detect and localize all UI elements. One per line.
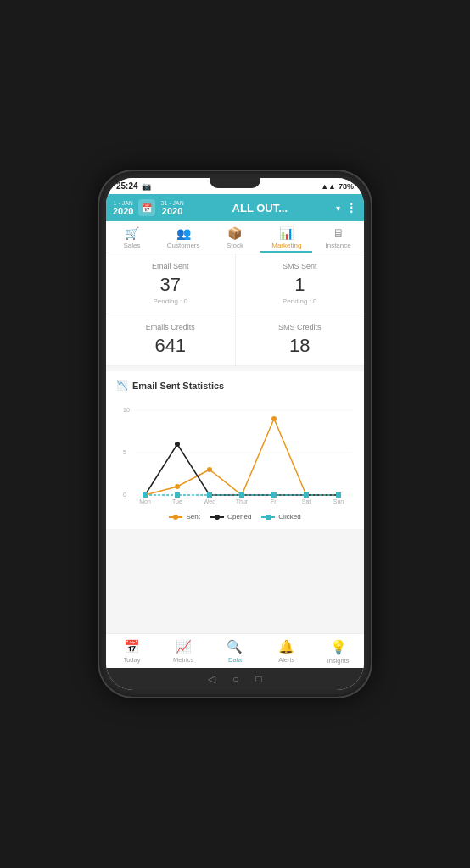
sms-credits-cell: SMS Credits 18 xyxy=(236,314,365,365)
tab-stock[interactable]: 📦 Stock xyxy=(210,221,261,253)
phone-screen: 25:24 📷 ▲▲ 78% 1 - JAN 2020 📅 31 - JAN 2… xyxy=(106,178,364,690)
stock-icon: 📦 xyxy=(227,226,242,240)
tab-customers-label: Customers xyxy=(167,242,200,249)
bottom-nav: 📅 Today 📈 Metrics 🔍 Data 🔔 Alerts 💡 Insi… xyxy=(106,633,364,668)
today-icon: 📅 xyxy=(124,639,140,654)
date-from-year: 2020 xyxy=(113,206,133,216)
sms-credits-label: SMS Credits xyxy=(246,323,355,331)
tab-stock-label: Stock xyxy=(227,242,243,249)
tab-marketing[interactable]: 📊 Marketing xyxy=(260,221,312,253)
svg-text:10: 10 xyxy=(123,407,130,413)
header-title: ALL OUT... xyxy=(189,202,331,214)
svg-rect-29 xyxy=(207,492,212,498)
bottom-nav-data[interactable]: 🔍 Data xyxy=(210,637,261,666)
sms-sent-cell: SMS Sent 1 Pending : 0 xyxy=(236,253,365,314)
bottom-nav-insights[interactable]: 💡 Insights xyxy=(312,637,364,666)
email-sent-pending: Pending : 0 xyxy=(116,298,225,305)
insights-icon: 💡 xyxy=(330,639,347,655)
alerts-icon: 🔔 xyxy=(278,639,294,654)
sms-sent-pending: Pending : 0 xyxy=(246,298,355,305)
svg-text:Wed: Wed xyxy=(204,498,215,504)
marketing-icon: 📊 xyxy=(279,226,294,240)
svg-text:Sun: Sun xyxy=(333,498,344,504)
svg-point-17 xyxy=(271,416,277,421)
tab-instance-label: Instance xyxy=(325,242,350,249)
dropdown-chevron-icon[interactable]: ▾ xyxy=(336,203,340,213)
email-credits-cell: Emails Credits 641 xyxy=(106,314,236,365)
phone-frame: 25:24 📷 ▲▲ 78% 1 - JAN 2020 📅 31 - JAN 2… xyxy=(99,171,371,697)
status-time: 25:24 xyxy=(116,181,138,191)
email-credits-label: Emails Credits xyxy=(116,323,225,331)
svg-text:Tue: Tue xyxy=(172,498,182,504)
date-from-block: 1 - JAN 2020 xyxy=(113,200,133,216)
signal-icon: ▲▲ xyxy=(321,182,336,191)
tab-instance[interactable]: 🖥 Instance xyxy=(312,221,364,253)
svg-text:0: 0 xyxy=(123,492,126,498)
svg-rect-32 xyxy=(304,492,309,498)
svg-text:5: 5 xyxy=(123,449,126,455)
email-sent-label: Email Sent xyxy=(116,262,225,270)
stats-row-1: Email Sent 37 Pending : 0 SMS Sent 1 Pen… xyxy=(106,253,364,314)
more-options-icon[interactable]: ⋮ xyxy=(345,201,357,214)
customers-icon: 👥 xyxy=(176,226,191,240)
bottom-nav-metrics[interactable]: 📈 Metrics xyxy=(158,637,210,666)
calendar-icon[interactable]: 📅 xyxy=(138,199,155,216)
svg-point-21 xyxy=(175,442,180,447)
legend-clicked: Clicked xyxy=(261,513,300,520)
data-icon: 🔍 xyxy=(227,639,243,654)
email-sent-cell: Email Sent 37 Pending : 0 xyxy=(106,253,236,314)
sms-sent-label: SMS Sent xyxy=(246,262,355,270)
spacer xyxy=(106,534,364,551)
battery: 78% xyxy=(339,182,354,191)
svg-point-14 xyxy=(175,484,180,489)
svg-point-15 xyxy=(207,467,212,472)
svg-rect-30 xyxy=(239,492,244,498)
stats-row-2: Emails Credits 641 SMS Credits 18 xyxy=(106,314,364,366)
header-bar: 1 - JAN 2020 📅 31 - JAN 2020 ALL OUT... … xyxy=(106,194,364,221)
stats-section: Email Sent 37 Pending : 0 SMS Sent 1 Pen… xyxy=(106,253,364,366)
alerts-label: Alerts xyxy=(278,656,294,664)
insights-label: Insights xyxy=(327,657,350,665)
tab-marketing-label: Marketing xyxy=(271,242,301,249)
chart-legend: Sent Opened Clicked xyxy=(116,513,354,520)
svg-text:Mon: Mon xyxy=(139,498,151,504)
date-to-label: 31 - JAN xyxy=(160,200,183,206)
legend-sent-label: Sent xyxy=(186,513,199,520)
home-bar: ◁ ○ □ xyxy=(106,668,364,690)
svg-rect-33 xyxy=(336,492,341,498)
nav-tabs: 🛒 Sales 👥 Customers 📦 Stock 📊 Marketing … xyxy=(106,221,364,253)
legend-clicked-label: Clicked xyxy=(278,513,300,520)
sales-icon: 🛒 xyxy=(125,226,139,240)
date-to-year: 2020 xyxy=(162,206,182,216)
data-label: Data xyxy=(228,656,242,664)
svg-text:Sat: Sat xyxy=(302,498,311,504)
sms-credits-value: 18 xyxy=(246,335,355,357)
sms-sent-value: 1 xyxy=(246,274,355,296)
date-to-block: 31 - JAN 2020 xyxy=(160,200,183,216)
bottom-nav-today[interactable]: 📅 Today xyxy=(106,637,158,666)
chart-svg: 10 5 0 Mon Tue Wed Thur Fri xyxy=(116,398,354,508)
instance-icon: 🖥 xyxy=(333,226,344,240)
chart-container: 10 5 0 Mon Tue Wed Thur Fri xyxy=(116,398,354,508)
legend-sent: Sent xyxy=(169,513,199,520)
svg-rect-31 xyxy=(271,492,277,498)
back-button[interactable]: ◁ xyxy=(208,673,215,685)
content-area: Email Sent 37 Pending : 0 SMS Sent 1 Pen… xyxy=(106,253,364,633)
metrics-icon: 📈 xyxy=(176,639,192,654)
status-left: 25:24 📷 xyxy=(116,181,151,191)
tab-sales[interactable]: 🛒 Sales xyxy=(106,221,158,253)
recents-button[interactable]: □ xyxy=(256,673,262,685)
instagram-icon: 📷 xyxy=(142,182,151,191)
tab-customers[interactable]: 👥 Customers xyxy=(158,221,210,253)
status-right: ▲▲ 78% xyxy=(321,182,354,191)
chart-title: 📉 Email Sent Statistics xyxy=(116,380,354,391)
notch xyxy=(210,178,260,188)
tab-sales-label: Sales xyxy=(123,242,140,249)
chart-section: 📉 Email Sent Statistics 10 5 0 xyxy=(106,371,364,529)
date-from-label: 1 - JAN xyxy=(114,200,133,206)
bottom-nav-alerts[interactable]: 🔔 Alerts xyxy=(260,637,312,666)
svg-text:Thur: Thur xyxy=(236,498,249,504)
email-sent-value: 37 xyxy=(116,274,225,296)
svg-rect-27 xyxy=(143,492,148,498)
home-button[interactable]: ○ xyxy=(232,673,238,685)
